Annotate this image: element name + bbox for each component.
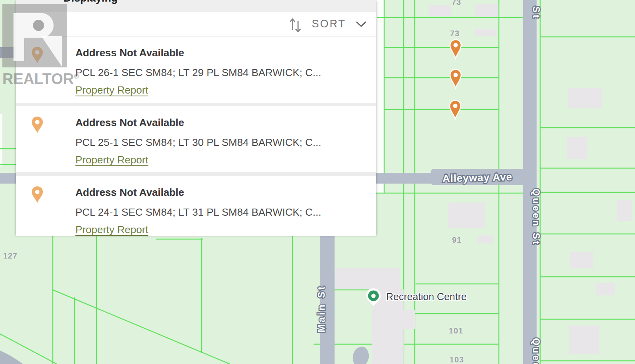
results-count-text-cropped: Displaying [64,0,118,4]
location-pin-icon [31,47,43,64]
road-segment-left [0,47,15,58]
listing-title: Address Not Available [75,186,321,199]
listing-content: Address Not Available PCL 24-1 SEC SM84;… [75,176,321,236]
map-view: Alleyway Ave Queen St Queen St Queen St … [0,0,635,364]
listing-content: Address Not Available PCL 26-1 SEC SM84;… [75,36,321,103]
sort-arrows-icon [289,16,302,32]
listing-title: Address Not Available [75,117,321,129]
property-report-link[interactable]: Property Report [75,224,148,236]
listing-row[interactable]: Address Not Available PCL 25-1 SEC SM84;… [16,106,376,172]
street-label-queen-st-bottom: Queen St [531,338,542,364]
street-label-queen-st-top: Queen St [531,0,542,20]
lot-number: 127 [3,251,17,260]
white-parcel [376,0,384,193]
poi-pin-dot [371,294,376,298]
results-header-bar: Displaying [16,0,376,12]
property-report-link[interactable]: Property Report [75,154,148,166]
chevron-down-icon [356,21,367,27]
lot-number: 103 [450,355,464,364]
listing-row[interactable]: Address Not Available PCL 24-1 SEC SM84;… [16,176,376,236]
listing-pin-column [16,36,75,103]
listing-title: Address Not Available [75,47,321,59]
road-queen-st [523,0,537,364]
street-label-queen-st: Queen St [531,188,542,246]
lot-number: 101 [449,326,463,335]
poi-recreation-centre-label: Recreation Centre [386,291,467,302]
location-pin-icon [31,117,43,134]
listing-content: Address Not Available PCL 25-1 SEC SM84;… [75,106,321,172]
listing-legal-description: PCL 26-1 SEC SM84; LT 29 PL SM84 BARWICK… [75,67,321,79]
lot-number: 73 [450,29,460,38]
property-report-link[interactable]: Property Report [75,84,148,96]
street-label-alleyway-ave: Alleyway Ave [442,171,512,185]
listing-row[interactable]: Address Not Available PCL 26-1 SEC SM84;… [16,36,376,103]
street-label-main-st: Main St [316,285,327,332]
lot-number: 73 [452,0,461,6]
listing-separator [16,172,376,176]
location-pin-icon [31,186,43,204]
listing-legal-description: PCL 25-1 SEC SM84; LT 30 PL SM84 BARWICK… [75,136,321,149]
listing-pin-column [16,106,75,172]
listing-separator [16,103,376,106]
listing-pin-column [16,176,75,236]
sort-label: SORT [312,18,346,30]
sort-control[interactable]: SORT [16,12,376,36]
listing-legal-description: PCL 24-1 SEC SM84; LT 31 PL SM84 BARWICK… [75,206,321,218]
lot-number: 91 [452,236,462,244]
results-panel: Displaying SORT [16,0,376,235]
white-parcel [0,114,2,166]
